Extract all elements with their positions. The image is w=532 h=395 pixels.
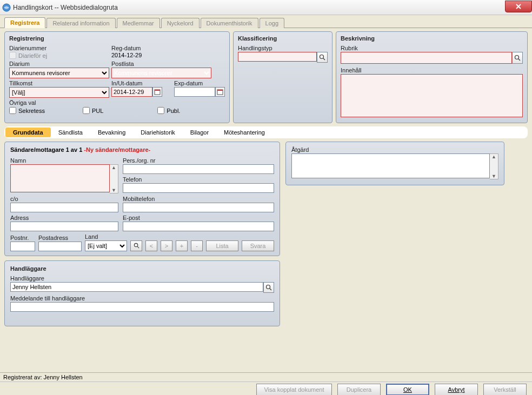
label-exp-datum: Exp-datum	[174, 80, 225, 86]
next-button[interactable]: >	[161, 240, 172, 251]
select-land[interactable]: [Ej valt]	[85, 240, 127, 251]
label-land: Land	[85, 233, 127, 240]
subtab-bilagor[interactable]: Bilagor	[183, 128, 216, 137]
value-regdatum: 2014-12-29	[111, 52, 142, 58]
atgard-scroll[interactable]: ▲▼	[490, 153, 498, 179]
chevron-up-icon[interactable]: ▲	[490, 154, 498, 159]
titlebar: Handlingskort -- Webbsidedialogruta	[0, 0, 532, 15]
panel-title-beskrivning: Beskrivning	[341, 35, 523, 42]
tab-relaterad[interactable]: Relaterad information	[46, 18, 115, 28]
label-meddelande: Meddelande till handläggare	[10, 295, 274, 302]
label-sekretess: Sekretess	[18, 108, 45, 114]
chevron-down-icon[interactable]: ▼	[490, 173, 498, 179]
label-rubrik: Rubrik	[341, 45, 523, 51]
input-persorg[interactable]	[123, 164, 274, 174]
content-area: Registrering Diarienummer Diarieför ej R…	[0, 28, 532, 330]
tab-medlemmar[interactable]: Medlemmar	[117, 18, 160, 28]
panel-title-registrering: Registrering	[9, 35, 225, 42]
label-diarienummer: Diarienummer	[9, 45, 109, 51]
datepicker-inut-button[interactable]	[152, 87, 162, 97]
input-telefon[interactable]	[123, 183, 274, 193]
checkbox-sekretess[interactable]	[9, 107, 16, 114]
calendar-icon	[217, 89, 223, 95]
search-rubrik-button[interactable]	[512, 52, 523, 64]
panel-handlaggare: Handläggare Handläggare Meddelande till …	[4, 260, 280, 326]
datepicker-exp-button[interactable]	[215, 87, 225, 97]
checkbox-publ[interactable]	[157, 107, 164, 114]
input-epost[interactable]	[123, 222, 274, 231]
svg-line-8	[518, 59, 520, 61]
search-handlingstyp-button[interactable]	[317, 52, 328, 63]
visa-kopplat-button[interactable]: Visa kopplat dokument	[256, 384, 332, 395]
subtab-sandlista[interactable]: Sändlista	[51, 128, 90, 137]
ie-icon	[2, 3, 11, 12]
input-handlaggare[interactable]	[10, 282, 263, 292]
label-postnr: Postnr.	[10, 235, 35, 241]
label-tillkomst: Tillkomst	[9, 80, 109, 86]
panel-sandare-mottagare: Sändare/mottagare 1 av 1 -Ny sändare/mot…	[4, 142, 280, 256]
lista-button[interactable]: Lista	[206, 240, 238, 251]
search-icon	[265, 284, 272, 291]
select-tillkomst[interactable]: [Välj]	[9, 87, 109, 98]
input-rubrik[interactable]	[341, 52, 512, 64]
input-mobil[interactable]	[123, 203, 274, 212]
svara-button[interactable]: Svara	[242, 240, 274, 251]
textarea-atgard[interactable]	[291, 153, 490, 178]
verkstall-button[interactable]: Verkställ	[483, 384, 527, 395]
label-innehall: Innehåll	[341, 67, 523, 73]
sandare-title-prefix: Sändare/mottagare 1 av 1	[10, 146, 84, 153]
svg-line-12	[270, 289, 271, 290]
duplicera-button[interactable]: Duplicera	[337, 384, 381, 395]
svg-line-6	[323, 58, 325, 60]
input-meddelande[interactable]	[10, 302, 274, 312]
label-inut-datum: In/Ut-datum	[111, 80, 162, 86]
avbryt-button[interactable]: Avbryt	[435, 384, 478, 395]
search-sandare-button[interactable]	[130, 240, 142, 251]
input-handlingstyp[interactable]	[238, 52, 317, 62]
prev-button[interactable]: <	[145, 240, 157, 251]
window-title: Handlingskort -- Webbsidedialogruta	[13, 4, 118, 11]
sandare-title: Sändare/mottagare 1 av 1 -Ny sändare/mot…	[10, 146, 274, 153]
label-epost: E-post	[123, 215, 274, 221]
label-telefon: Telefon	[123, 176, 274, 183]
select-diarium[interactable]: Kommunens revisorer	[9, 68, 109, 78]
subtab-moteshantering[interactable]: Möteshantering	[216, 128, 272, 137]
close-button[interactable]	[505, 1, 532, 12]
input-adress[interactable]	[10, 222, 118, 231]
tab-logg[interactable]: Logg	[260, 18, 284, 28]
svg-line-10	[137, 246, 139, 248]
subtab-diariehistorik[interactable]: Diariehistorik	[133, 128, 183, 137]
checkbox-pul[interactable]	[83, 107, 90, 114]
sub-tab-strip: Grunddata Sändlista Bevakning Diariehist…	[4, 126, 528, 138]
chevron-down-icon[interactable]: ▼	[110, 188, 118, 193]
search-handlaggare-button[interactable]	[263, 282, 274, 293]
input-inut-datum[interactable]	[111, 87, 152, 97]
svg-point-5	[320, 55, 324, 59]
tab-dokumenthistorik[interactable]: Dokumenthistorik	[201, 18, 258, 28]
input-co[interactable]	[10, 203, 118, 212]
chevron-up-icon[interactable]: ▲	[110, 165, 118, 170]
tab-nyckelord[interactable]: Nyckelord	[161, 18, 200, 28]
label-mobil: Mobiltelefon	[123, 196, 274, 202]
svg-rect-4	[217, 90, 223, 91]
subtab-grunddata[interactable]: Grunddata	[5, 128, 51, 137]
textarea-innehall[interactable]	[341, 74, 523, 117]
ok-button[interactable]: OK	[386, 384, 429, 395]
close-icon	[515, 4, 522, 9]
sandare-title-suffix: -Ny sändare/mottagare-	[84, 146, 150, 153]
input-postnr[interactable]	[10, 242, 35, 251]
subtab-bevakning[interactable]: Bevakning	[90, 128, 133, 137]
label-namn: Namn	[10, 157, 118, 164]
textarea-namn[interactable]	[10, 164, 110, 192]
namn-scroll[interactable]: ▲▼	[110, 164, 118, 193]
tab-registrera[interactable]: Registrera	[4, 17, 45, 28]
label-persorg: Pers./org. nr	[123, 157, 274, 164]
input-exp-datum[interactable]	[174, 87, 215, 97]
input-postadress[interactable]	[38, 242, 82, 251]
label-postlista: Postlista	[111, 61, 225, 67]
remove-button[interactable]: -	[191, 240, 203, 251]
add-button[interactable]: +	[176, 240, 188, 251]
select-postlista[interactable]: Kommunens revisorer	[111, 68, 211, 78]
label-publ: Publ.	[167, 108, 180, 114]
label-diarium: Diarium	[9, 61, 109, 67]
